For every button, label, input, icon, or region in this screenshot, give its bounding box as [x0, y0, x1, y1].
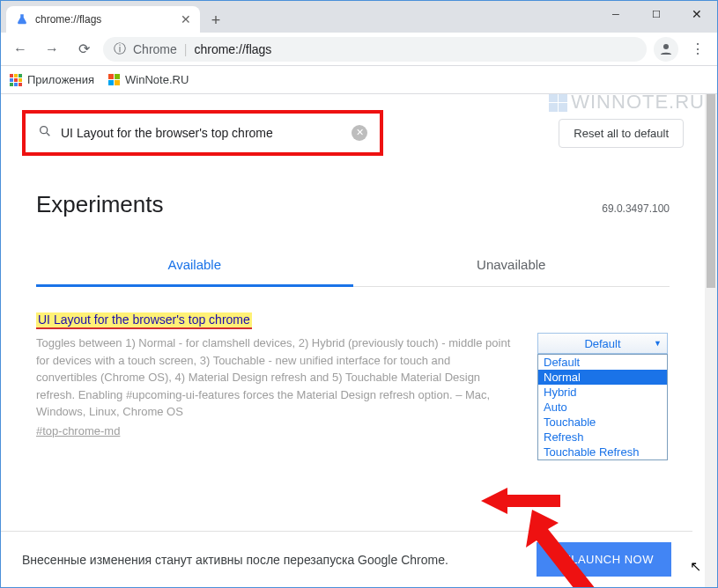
apps-icon	[10, 74, 22, 86]
apps-label: Приложения	[27, 73, 94, 86]
svg-point-1	[41, 126, 48, 133]
page-title: Experiments	[36, 191, 164, 218]
url-text: chrome://flags	[194, 42, 271, 56]
tab-available[interactable]: Available	[36, 245, 353, 287]
svg-point-0	[663, 44, 669, 49]
dropdown-option[interactable]: Normal	[538, 370, 667, 385]
back-button[interactable]: ←	[8, 37, 33, 62]
bookmarks-bar: Приложения WinNote.RU	[1, 66, 717, 94]
scrollbar[interactable]	[705, 94, 717, 587]
close-window-button[interactable]: ✕	[677, 1, 717, 27]
flag-description: Toggles between 1) Normal - for clamshel…	[36, 334, 512, 421]
address-bar[interactable]: ⓘ Chrome | chrome://flags	[103, 37, 647, 62]
flags-search[interactable]: ✕	[29, 117, 376, 149]
dropdown-option[interactable]: Touchable Refresh	[538, 445, 667, 459]
flag-entry: UI Layout for the browser's top chrome T…	[1, 287, 705, 438]
dropdown-option[interactable]: Default	[538, 355, 667, 370]
reset-all-button[interactable]: Reset all to default	[559, 119, 684, 148]
footer-message: Внесенные изменения станут активны после…	[22, 553, 448, 567]
flag-dropdown[interactable]: DefaultNormalHybridAutoTouchableRefreshT…	[537, 354, 668, 460]
winnote-icon	[108, 74, 120, 85]
window-controls: ─ ☐ ✕	[596, 1, 717, 27]
forward-button[interactable]: →	[40, 37, 64, 62]
menu-button[interactable]: ⋮	[685, 37, 710, 62]
page-content: WINNOTE.RU ✕ Reset all to default Experi…	[1, 94, 717, 587]
new-tab-button[interactable]: +	[204, 8, 228, 33]
flask-icon	[15, 12, 29, 26]
reload-button[interactable]: ⟳	[71, 37, 96, 62]
clear-search-icon[interactable]: ✕	[352, 125, 367, 141]
bookmark-winnote[interactable]: WinNote.RU	[108, 73, 189, 86]
maximize-button[interactable]: ☐	[636, 1, 677, 27]
site-info-icon[interactable]: ⓘ	[114, 41, 126, 57]
tab-close-icon[interactable]: ✕	[181, 12, 191, 26]
flags-search-input[interactable]	[61, 126, 343, 140]
svg-line-2	[47, 133, 49, 136]
flags-tabs: Available Unavailable	[36, 245, 670, 287]
url-prefix: Chrome	[133, 42, 177, 56]
search-highlight-box: ✕	[22, 110, 383, 156]
browser-tab[interactable]: chrome://flags ✕	[6, 6, 200, 33]
flag-title: UI Layout for the browser's top chrome	[36, 312, 252, 329]
flag-select[interactable]: Default DefaultNormalHybridAutoTouchable…	[537, 333, 668, 460]
dropdown-option[interactable]: Hybrid	[538, 385, 667, 400]
minimize-button[interactable]: ─	[596, 1, 636, 27]
flag-hash-link[interactable]: #top-chrome-md	[36, 424, 120, 437]
tabstrip: chrome://flags ✕ +	[1, 1, 228, 33]
bookmark-label: WinNote.RU	[125, 73, 189, 86]
relaunch-footer: Внесенные изменения станут активны после…	[1, 531, 692, 587]
chrome-version: 69.0.3497.100	[602, 202, 670, 215]
scrollbar-thumb[interactable]	[707, 94, 715, 288]
dropdown-option[interactable]: Touchable	[538, 415, 667, 430]
search-icon	[38, 124, 52, 142]
dropdown-option[interactable]: Auto	[538, 400, 667, 415]
apps-shortcut[interactable]: Приложения	[10, 73, 94, 86]
titlebar: chrome://flags ✕ + ─ ☐ ✕	[1, 1, 717, 33]
profile-icon[interactable]	[654, 37, 678, 62]
url-divider: |	[184, 42, 188, 56]
tab-unavailable[interactable]: Unavailable	[353, 245, 670, 286]
flag-select-button[interactable]: Default	[537, 333, 668, 354]
dropdown-option[interactable]: Refresh	[538, 430, 667, 445]
browser-toolbar: ← → ⟳ ⓘ Chrome | chrome://flags ⋮	[1, 33, 717, 66]
tab-title: chrome://flags	[35, 13, 174, 26]
relaunch-button[interactable]: RELAUNCH NOW	[537, 542, 671, 577]
